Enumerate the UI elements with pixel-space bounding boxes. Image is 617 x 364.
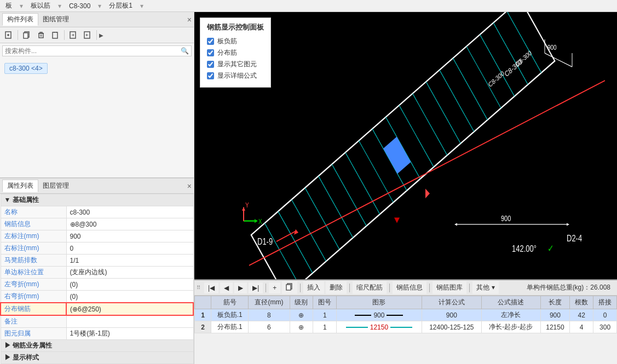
- prop-row-right-bend: 右弯折(mm) (0): [1, 291, 193, 303]
- svg-text:D2-4: D2-4: [567, 234, 582, 244]
- tab-component-list[interactable]: 构件列表: [2, 13, 38, 26]
- svg-text:900: 900: [547, 44, 557, 51]
- last-btn[interactable]: ▶|: [249, 282, 263, 293]
- top-bar-item-board[interactable]: 板: [2, 1, 15, 10]
- row1-description: 左净长: [481, 309, 540, 321]
- svg-text:✓: ✓: [547, 243, 553, 253]
- section-rebar-business-row: ▶ 钢筋业务属性: [1, 340, 193, 352]
- copy-row-btn[interactable]: [282, 281, 297, 294]
- search-box: 🔍: [2, 45, 192, 56]
- prop-row-rebar-info: 钢筋信息 ⊕8@300: [1, 218, 193, 230]
- row1-formula: 900: [422, 309, 481, 321]
- rebar-display-panel: 钢筋显示控制面板 板负筋 分布筋 显示其它图元 显示详细公式: [200, 18, 271, 88]
- export-btn[interactable]: [67, 29, 80, 41]
- rebar-row-1[interactable]: 1 板负筋.1 8 ⊕ 1 900: [195, 309, 617, 321]
- tab-property-list[interactable]: 属性列表: [2, 180, 38, 192]
- rebar-info-btn[interactable]: 钢筋信息: [393, 281, 426, 294]
- row2-num: 2: [195, 321, 211, 333]
- add-row-btn[interactable]: +: [269, 282, 280, 293]
- col-description: 公式描述: [481, 296, 540, 309]
- row1-fignum: 1: [313, 309, 337, 321]
- svg-rect-5: [39, 33, 43, 38]
- checkbox-other-elements[interactable]: 显示其它图元: [207, 60, 264, 69]
- col-length: 长度: [540, 296, 570, 309]
- panel-close-btn[interactable]: ×: [187, 15, 192, 24]
- component-tag[interactable]: c8-300 <4>: [4, 63, 48, 74]
- left-panel: 构件列表 图纸管理 ×: [0, 12, 194, 364]
- next-btn[interactable]: ▶: [234, 282, 247, 293]
- prop-row-name: 名称 c8-300: [1, 206, 193, 218]
- col-count: 根数: [570, 296, 593, 309]
- checkbox-board-rebar[interactable]: 板负筋: [207, 37, 264, 46]
- cad-viewport[interactable]: D1-10 钢筋显示控制面板 板负筋 分布筋 显示其它图元: [194, 12, 617, 279]
- row2-diameter[interactable]: 6: [249, 321, 290, 333]
- copy-btn[interactable]: [20, 29, 33, 41]
- property-panel-close-btn[interactable]: ×: [187, 182, 192, 190]
- row2-fignum: 1: [313, 321, 337, 333]
- svg-text:900: 900: [501, 214, 511, 222]
- checkbox-dist-rebar[interactable]: 分布筋: [207, 48, 264, 57]
- property-panel: 属性列表 图层管理 × ▼ 基础属性 名称: [0, 177, 194, 364]
- property-panel-tabs: 属性列表 图层管理 ×: [0, 178, 194, 194]
- top-bar-separator4: ▾: [140, 2, 143, 10]
- top-bar-separator3: ▾: [98, 2, 101, 10]
- col-fignum: 图号: [313, 296, 337, 309]
- section-expand-icon[interactable]: ▼: [4, 196, 13, 204]
- svg-text:Y: Y: [245, 201, 249, 209]
- prop-row-left-bend: 左弯折(mm) (0): [1, 279, 193, 291]
- scale-rebar-btn[interactable]: 缩尺配筋: [353, 281, 387, 294]
- row1-figure: 900: [337, 309, 422, 321]
- section-rebar-expand-icon[interactable]: ▶: [4, 342, 13, 349]
- prop-row-belong: 图元归属 1号楼(第-1层): [1, 328, 193, 340]
- prop-row-mark-pos: 单边标注位置 (支座内边线): [1, 267, 193, 279]
- row1-overlap: 0: [593, 309, 617, 321]
- checkbox-detail-formula[interactable]: 显示详细公式: [207, 71, 264, 80]
- top-bar-separator: ▾: [20, 2, 23, 10]
- copy2-btn[interactable]: [49, 29, 62, 41]
- row1-num: 1: [195, 309, 211, 321]
- row1-grade: ⊕: [290, 309, 313, 321]
- top-bar-item-layer[interactable]: 分层板1: [106, 1, 136, 10]
- top-bar-item-rebar[interactable]: 板以筋: [27, 1, 54, 10]
- prev-btn[interactable]: ◀: [220, 282, 233, 293]
- rebar-library-btn[interactable]: 钢筋图库: [433, 281, 466, 294]
- section-display-row: ▶ 显示样式: [1, 352, 193, 364]
- search-input[interactable]: [5, 47, 181, 55]
- other-btn[interactable]: 其他 ▾: [472, 281, 498, 294]
- prop-row-dist-rebar: 分布钢筋 (⊕6@250): [1, 303, 193, 315]
- new-component-btn[interactable]: [2, 29, 15, 41]
- col-num: [195, 296, 211, 309]
- col-label: 筋号: [211, 296, 249, 309]
- row2-length: 12150: [540, 321, 570, 333]
- delete-row-btn[interactable]: 删除: [326, 281, 347, 294]
- top-bar-item-c8[interactable]: C8-300: [66, 2, 94, 10]
- row1-label: 板负筋.1: [211, 309, 249, 321]
- search-icon: 🔍: [181, 47, 189, 55]
- rebar-row-2[interactable]: 2 分布筋.1 6 ⊕ 1 12150: [195, 321, 617, 333]
- row2-description: 净长-起步-起步: [481, 321, 540, 333]
- prop-row-stool-rows: 马凳筋排数 1/1: [1, 255, 193, 267]
- row1-length: 900: [540, 309, 570, 321]
- col-diameter: 直径(mm): [249, 296, 290, 309]
- tab-layer-manage[interactable]: 图层管理: [38, 180, 73, 192]
- svg-text:D1-9: D1-9: [257, 237, 273, 247]
- svg-rect-64: [286, 285, 291, 290]
- col-grade: 级别: [290, 296, 313, 309]
- right-panel: D1-10 钢筋显示控制面板 板负筋 分布筋 显示其它图元: [194, 12, 617, 364]
- property-table: ▼ 基础属性 名称 c8-300 钢筋信息 ⊕8@300: [0, 194, 194, 364]
- col-formula: 计算公式: [422, 296, 481, 309]
- row1-count: 42: [570, 309, 593, 321]
- svg-text:X: X: [258, 218, 262, 225]
- bottom-panel: ⠿ |◀ ◀ ▶ ▶| + 插入 删除 缩尺配筋 钢筋信息 钢筋图库: [194, 279, 617, 364]
- insert-btn[interactable]: 插入: [303, 281, 324, 294]
- import-btn[interactable]: [81, 29, 94, 41]
- row1-diameter[interactable]: 8: [249, 309, 290, 321]
- section-display-expand-icon[interactable]: ▶: [4, 354, 13, 361]
- delete-btn[interactable]: [34, 29, 48, 41]
- tab-drawing-manage[interactable]: 图纸管理: [38, 14, 73, 25]
- first-btn[interactable]: |◀: [204, 282, 218, 293]
- rebar-weight-info: 单构件钢筋总重(kg)：26.008: [527, 283, 615, 292]
- drag-handle: ⠿: [197, 285, 200, 291]
- row2-label: 分布筋.1: [211, 321, 249, 333]
- toolbar-more-btn[interactable]: ▶: [99, 32, 103, 38]
